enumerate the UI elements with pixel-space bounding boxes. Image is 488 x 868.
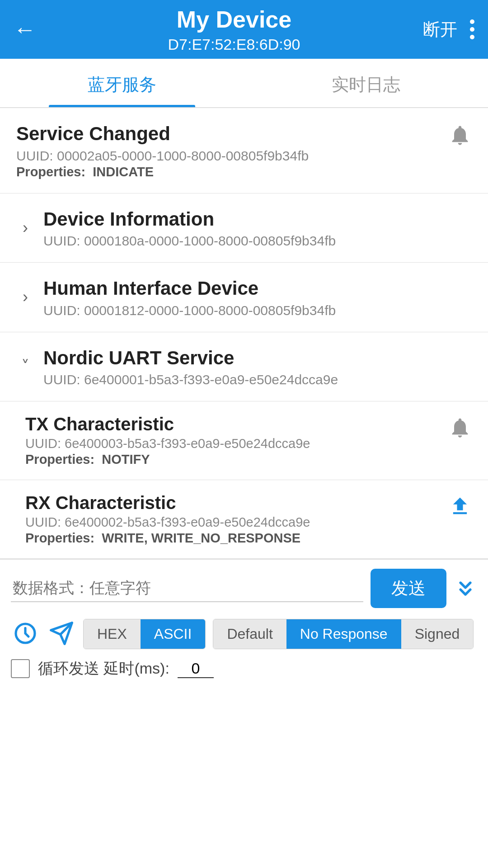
ascii-button[interactable]: ASCII <box>141 619 206 649</box>
device-name: My Device <box>45 5 423 33</box>
chevron-right-icon-hid: › <box>16 288 34 307</box>
chevron-double-down-icon <box>454 577 477 600</box>
service-changed-name: Service Changed <box>16 122 439 146</box>
bottom-input-area: 发送 HEX ASC <box>0 559 488 686</box>
clock-button[interactable] <box>11 619 40 649</box>
header-title-group: My Device D7:E7:52:E8:6D:90 <box>45 5 423 53</box>
input-row: 发送 <box>11 569 477 608</box>
device-information-uuid: UUID: 0000180a-0000-1000-8000-00805f9b34… <box>43 233 472 249</box>
service-changed-content: Service Changed UUID: 00002a05-0000-1000… <box>16 122 439 179</box>
signed-button[interactable]: Signed <box>401 619 474 649</box>
service-changed-section: Service Changed UUID: 00002a05-0000-1000… <box>0 108 488 193</box>
nordic-uart-content: Nordic UART Service UUID: 6e400001-b5a3-… <box>43 346 472 388</box>
format-row: HEX ASCII Default No Response Signed <box>11 619 477 649</box>
send-icon-button[interactable] <box>47 619 76 649</box>
format-type-group: HEX ASCII <box>83 619 206 649</box>
loop-send-label: 循环发送 延时(ms): <box>38 658 169 679</box>
nordic-uart-section: ˅ Nordic UART Service UUID: 6e400001-b5a… <box>0 332 488 559</box>
device-information-name: Device Information <box>43 207 472 232</box>
tx-characteristic-content: TX Characteristic UUID: 6e400003-b5a3-f3… <box>25 414 439 467</box>
device-information-section: › Device Information UUID: 0000180a-0000… <box>0 193 488 263</box>
response-type-group: Default No Response Signed <box>213 619 474 649</box>
tab-realtime-log[interactable]: 实时日志 <box>244 59 488 107</box>
nordic-uart-name: Nordic UART Service <box>43 346 472 371</box>
tx-characteristic-item: TX Characteristic UUID: 6e400003-b5a3-f3… <box>0 401 488 480</box>
service-changed-header: Service Changed UUID: 00002a05-0000-1000… <box>0 108 488 193</box>
chevron-right-icon: › <box>16 218 34 237</box>
more-menu-button[interactable] <box>470 19 474 39</box>
rx-characteristic-content: RX Characteristic UUID: 6e400002-b5a3-f3… <box>25 493 439 546</box>
rx-characteristic-props: Properties: WRITE, WRITE_NO_RESPONSE <box>25 531 439 546</box>
human-interface-name: Human Interface Device <box>43 276 472 301</box>
rx-characteristic-name: RX Characteristic <box>25 493 439 513</box>
human-interface-uuid: UUID: 00001812-0000-1000-8000-00805f9b34… <box>43 303 472 318</box>
human-interface-section: › Human Interface Device UUID: 00001812-… <box>0 263 488 332</box>
back-button[interactable]: ← <box>14 18 36 41</box>
tx-characteristic-props: Properties: NOTIFY <box>25 452 439 467</box>
tab-ble-services[interactable]: 蓝牙服务 <box>0 59 244 107</box>
rx-upload-icon[interactable] <box>448 495 472 520</box>
expand-down-button[interactable] <box>454 577 477 600</box>
tab-bar: 蓝牙服务 实时日志 <box>0 59 488 108</box>
no-response-button[interactable]: No Response <box>286 619 401 649</box>
service-changed-uuid: UUID: 00002a05-0000-1000-8000-00805f9b34… <box>16 148 439 164</box>
loop-delay-input[interactable] <box>178 660 214 678</box>
dot1 <box>470 19 474 24</box>
send-button[interactable]: 发送 <box>371 569 446 608</box>
loop-send-checkbox[interactable] <box>11 659 30 678</box>
service-changed-props: Properties: INDICATE <box>16 165 439 179</box>
nordic-uart-uuid: UUID: 6e400001-b5a3-f393-e0a9-e50e24dcca… <box>43 372 472 387</box>
device-address: D7:E7:52:E8:6D:90 <box>45 36 423 53</box>
loop-row: 循环发送 延时(ms): <box>11 658 477 679</box>
tx-characteristic-uuid: UUID: 6e400003-b5a3-f393-e0a9-e50e24dcca… <box>25 436 439 451</box>
data-input-field[interactable] <box>11 575 363 602</box>
rx-characteristic-uuid: UUID: 6e400002-b5a3-f393-e0a9-e50e24dcca… <box>25 515 439 530</box>
human-interface-header[interactable]: › Human Interface Device UUID: 00001812-… <box>0 263 488 332</box>
dot2 <box>470 27 474 32</box>
chevron-down-icon-uart: ˅ <box>16 357 34 376</box>
dot3 <box>470 35 474 39</box>
app-header: ← My Device D7:E7:52:E8:6D:90 断开 <box>0 0 488 59</box>
tx-bell-icon[interactable] <box>448 416 472 441</box>
header-actions: 断开 <box>423 18 474 41</box>
rx-characteristic-item: RX Characteristic UUID: 6e400002-b5a3-f3… <box>0 480 488 558</box>
hex-button[interactable]: HEX <box>84 619 141 649</box>
nordic-uart-header[interactable]: ˅ Nordic UART Service UUID: 6e400001-b5a… <box>0 332 488 401</box>
service-changed-bell-icon[interactable] <box>448 123 472 149</box>
device-information-content: Device Information UUID: 0000180a-0000-1… <box>43 207 472 249</box>
human-interface-content: Human Interface Device UUID: 00001812-00… <box>43 276 472 318</box>
default-button[interactable]: Default <box>213 619 286 649</box>
tx-characteristic-name: TX Characteristic <box>25 414 439 434</box>
device-information-header[interactable]: › Device Information UUID: 0000180a-0000… <box>0 193 488 263</box>
disconnect-button[interactable]: 断开 <box>423 18 457 41</box>
